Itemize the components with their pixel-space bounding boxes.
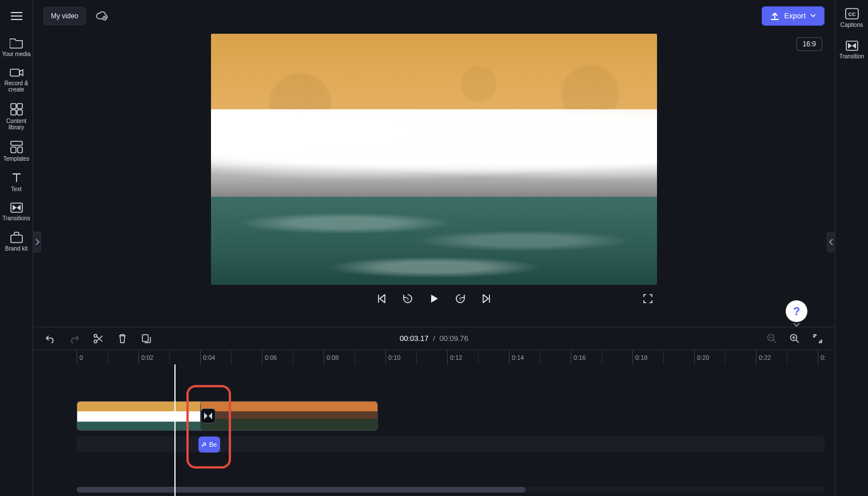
project-title-pill[interactable]: My video bbox=[43, 7, 86, 25]
duplicate-button[interactable] bbox=[140, 332, 153, 346]
svg-rect-3 bbox=[11, 110, 16, 115]
ruler-tick-minor bbox=[602, 350, 604, 364]
ruler-tick-label: 0:22 bbox=[759, 354, 771, 361]
transitions-icon bbox=[10, 203, 23, 213]
ruler-tick-minor bbox=[169, 350, 172, 364]
sidebar-left: Your media Record & create Content libra… bbox=[0, 0, 33, 496]
sidebar-item-record-create[interactable]: Record & create bbox=[0, 62, 33, 97]
top-bar: My video Export bbox=[33, 0, 835, 31]
current-time: 00:03.17 bbox=[400, 334, 429, 343]
ruler-tick: 0: bbox=[818, 350, 826, 364]
sidebar-item-transitions[interactable]: Transitions bbox=[0, 197, 33, 226]
help-button[interactable]: ? bbox=[786, 300, 807, 322]
timeline-ruler[interactable]: 00:020:040:060:080:100:120:140:160:180:2… bbox=[33, 350, 835, 364]
ruler-tick-label: 0:10 bbox=[388, 354, 400, 361]
ruler-tick-label: 0:02 bbox=[141, 354, 153, 361]
svg-rect-2 bbox=[17, 104, 22, 109]
help-icon: ? bbox=[793, 305, 800, 318]
audio-clip-label: Be bbox=[209, 441, 217, 448]
sidebar-item-your-media[interactable]: Your media bbox=[0, 31, 33, 62]
cloud-sync-icon bbox=[96, 11, 107, 21]
audio-clip[interactable]: Be bbox=[198, 437, 220, 453]
sidebar-item-transition[interactable]: Transition bbox=[835, 35, 869, 64]
ruler-tick: 0:12 bbox=[447, 350, 462, 364]
hamburger-icon bbox=[11, 12, 22, 20]
svg-rect-7 bbox=[18, 147, 22, 153]
playhead[interactable] bbox=[174, 364, 176, 496]
sidebar-item-content-library[interactable]: Content library bbox=[0, 97, 33, 135]
scrollbar-thumb[interactable] bbox=[77, 487, 525, 493]
redo-icon bbox=[69, 334, 79, 343]
ruler-tick-label: 0:16 bbox=[574, 354, 586, 361]
undo-button[interactable] bbox=[43, 332, 57, 346]
step-back-button[interactable]: 5 bbox=[401, 292, 415, 305]
ruler-tick-minor bbox=[787, 350, 790, 364]
video-clip[interactable] bbox=[77, 401, 217, 431]
step-forward-icon: 5 bbox=[455, 293, 466, 304]
text-icon bbox=[11, 172, 22, 184]
step-forward-button[interactable]: 5 bbox=[453, 292, 467, 305]
ruler-tick-minor bbox=[540, 350, 543, 364]
camera-icon bbox=[10, 68, 23, 78]
zoom-out-button[interactable] bbox=[765, 332, 779, 346]
delete-button[interactable] bbox=[116, 332, 129, 346]
sidebar-item-label: Text bbox=[11, 186, 21, 192]
skip-forward-icon bbox=[481, 293, 492, 304]
svg-rect-9 bbox=[11, 235, 22, 243]
ruler-tick: 0:10 bbox=[385, 350, 400, 364]
split-button[interactable] bbox=[91, 332, 105, 346]
video-clip[interactable] bbox=[200, 401, 378, 431]
ruler-tick-minor bbox=[231, 350, 234, 364]
timeline-toolbar: 00:03.17 / 00:09.76 bbox=[33, 327, 835, 350]
fit-timeline-button[interactable] bbox=[811, 332, 825, 346]
fit-icon bbox=[813, 334, 823, 344]
preview-frame bbox=[211, 34, 657, 285]
preview-canvas[interactable] bbox=[211, 34, 657, 285]
menu-button[interactable] bbox=[0, 0, 33, 31]
project-title: My video bbox=[51, 12, 78, 20]
export-button[interactable]: Export bbox=[762, 6, 825, 26]
briefcase-icon bbox=[10, 232, 23, 243]
play-button[interactable] bbox=[427, 292, 441, 305]
aspect-ratio-badge[interactable]: 16:9 bbox=[797, 37, 822, 51]
svg-rect-15 bbox=[142, 335, 148, 342]
cloud-sync-button[interactable] bbox=[93, 7, 111, 25]
ruler-tick-label: 0:20 bbox=[697, 354, 709, 361]
sidebar-item-captions[interactable]: CC Captions bbox=[835, 2, 869, 33]
svg-rect-5 bbox=[11, 141, 22, 145]
ruler-tick-label: 0: bbox=[821, 354, 826, 361]
svg-rect-1 bbox=[11, 104, 16, 109]
sidebar-item-templates[interactable]: Templates bbox=[0, 135, 33, 166]
ruler-tick-label: 0:08 bbox=[327, 354, 339, 361]
sidebar-item-text[interactable]: Text bbox=[0, 166, 33, 197]
redo-button[interactable] bbox=[67, 332, 81, 346]
ruler-tick-label: 0 bbox=[79, 354, 83, 361]
ruler-tick-minor bbox=[293, 350, 296, 364]
sidebar-item-label: Transitions bbox=[2, 215, 30, 221]
audio-track[interactable]: Be bbox=[77, 437, 825, 453]
ruler-tick: 0:02 bbox=[138, 350, 153, 364]
skip-forward-button[interactable] bbox=[480, 292, 493, 305]
sidebar-item-label: Transition bbox=[839, 53, 865, 59]
ruler-tick-label: 0:18 bbox=[635, 354, 647, 361]
skip-back-button[interactable] bbox=[375, 292, 388, 305]
time-display: 00:03.17 / 00:09.76 bbox=[400, 334, 468, 343]
zoom-in-button[interactable] bbox=[788, 332, 802, 346]
ruler-tick-minor bbox=[663, 350, 666, 364]
transition-node[interactable] bbox=[201, 408, 216, 423]
ruler-tick-label: 0:04 bbox=[203, 354, 215, 361]
timeline-tracks[interactable]: Be bbox=[33, 364, 835, 496]
fullscreen-button[interactable] bbox=[641, 292, 655, 305]
timeline-scrollbar[interactable] bbox=[77, 487, 825, 493]
chevron-down-icon bbox=[810, 14, 816, 18]
upload-icon bbox=[770, 11, 779, 21]
preview-area: 16:9 5 5 bbox=[33, 31, 835, 327]
folder-icon bbox=[10, 37, 23, 49]
transition-node-icon bbox=[204, 412, 213, 420]
sidebar-item-brand-kit[interactable]: Brand kit bbox=[0, 226, 33, 256]
svg-text:CC: CC bbox=[848, 11, 855, 17]
skip-back-icon bbox=[376, 293, 387, 304]
video-track[interactable] bbox=[77, 401, 825, 431]
main-column: My video Export 16:9 bbox=[33, 0, 835, 496]
captions-icon: CC bbox=[845, 8, 859, 19]
